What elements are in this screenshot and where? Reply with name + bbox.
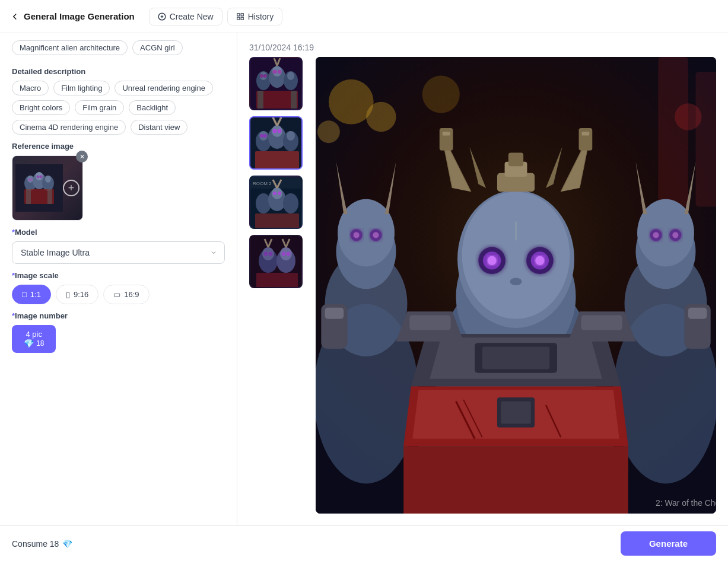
svg-point-109 <box>462 192 570 319</box>
svg-point-59 <box>278 192 281 195</box>
svg-rect-114 <box>443 132 450 135</box>
scale-1-1-icon: □ <box>22 290 27 299</box>
app-header: General Image Generation Create New Hist… <box>0 0 728 33</box>
tag-macro[interactable]: Macro <box>12 81 49 95</box>
svg-rect-20 <box>47 189 52 204</box>
main-image-container: 2: War of the Chosen <box>316 57 716 514</box>
svg-rect-48 <box>255 151 299 168</box>
svg-rect-72 <box>256 273 298 287</box>
chevron-left-icon <box>9 11 20 22</box>
svg-point-30 <box>273 70 277 74</box>
svg-point-101 <box>653 232 659 238</box>
svg-point-27 <box>287 72 294 80</box>
thumb-3-image: ROOM 2 <box>250 177 301 228</box>
svg-rect-128 <box>581 315 622 330</box>
consume-label: Consume 18 💎 <box>12 539 72 549</box>
svg-point-31 <box>278 70 282 74</box>
tag-film-grain[interactable]: Film grain <box>75 100 124 115</box>
svg-rect-94 <box>325 308 344 319</box>
svg-point-28 <box>260 74 263 78</box>
history-button[interactable]: History <box>227 8 283 26</box>
main-layout: Magnificent alien architecture ACGN girl… <box>0 33 728 525</box>
svg-rect-33 <box>257 91 263 109</box>
timestamp: 31/10/2024 16:19 <box>237 33 728 57</box>
model-section: *Model Stable Image Ultra <box>12 228 225 264</box>
top-tags-row: Magnificent alien architecture ACGN girl <box>12 33 225 60</box>
svg-text:ROOM 2: ROOM 2 <box>253 181 272 186</box>
svg-point-71 <box>287 252 291 256</box>
svg-rect-34 <box>291 91 297 109</box>
svg-point-29 <box>263 74 267 78</box>
svg-point-69 <box>269 252 273 256</box>
add-reference-icon: + <box>63 180 80 196</box>
svg-point-17 <box>40 176 43 179</box>
pic-count: 4 pic <box>26 330 42 339</box>
tag-bright-colors[interactable]: Bright colors <box>12 100 70 115</box>
model-select[interactable]: Stable Image Ultra <box>12 241 225 264</box>
thumbnail-2[interactable] <box>249 116 303 170</box>
thumb-4-image <box>250 236 301 287</box>
scale-9-16[interactable]: ▯ 9:16 <box>56 285 98 304</box>
diamond-icon: 💎 <box>24 339 34 348</box>
svg-point-122 <box>535 256 544 265</box>
generate-button[interactable]: Generate <box>621 531 716 556</box>
svg-point-81 <box>422 76 460 113</box>
consume-text: Consume 18 <box>12 539 59 549</box>
svg-text:2: War of the Chosen: 2: War of the Chosen <box>656 498 716 508</box>
main-artwork: 2: War of the Chosen <box>316 57 716 514</box>
plus-circle-icon <box>158 12 166 21</box>
tag-acgn-girl[interactable]: ACGN girl <box>132 40 183 55</box>
scale-9-16-label: 9:16 <box>74 290 88 299</box>
reference-image-section: Reference image <box>12 142 225 221</box>
svg-point-45 <box>263 134 267 138</box>
app-title: General Image Generation <box>24 11 135 21</box>
thumbnail-1[interactable] <box>249 57 303 110</box>
svg-point-102 <box>672 232 678 238</box>
tag-backlight[interactable]: Backlight <box>129 100 176 115</box>
thumbnail-list: ROOM 2 <box>249 57 309 514</box>
gallery-area: ROOM 2 <box>237 57 728 525</box>
remove-reference-button[interactable]: ✕ <box>76 151 88 162</box>
create-new-button[interactable]: Create New <box>149 8 222 26</box>
scale-16-9[interactable]: ▭ 16:9 <box>103 285 149 304</box>
diamond-cost: 💎 18 <box>24 339 44 348</box>
svg-rect-113 <box>440 128 453 151</box>
thumbnail-4[interactable] <box>249 235 303 288</box>
image-scale-label: *Image scale <box>12 271 225 280</box>
svg-rect-3 <box>237 13 239 15</box>
image-number-label: *Image number <box>12 311 225 320</box>
tag-film-lighting[interactable]: Film lighting <box>53 81 110 95</box>
left-panel: Magnificent alien architecture ACGN girl… <box>0 33 237 525</box>
scale-options: □ 1:1 ▯ 9:16 ▭ 16:9 <box>12 285 225 304</box>
scale-16-9-icon: ▭ <box>113 290 120 299</box>
svg-point-121 <box>488 256 497 265</box>
tag-unreal-engine[interactable]: Unreal rendering engine <box>115 81 212 95</box>
scale-16-9-label: 16:9 <box>124 290 139 299</box>
scale-1-1[interactable]: □ 1:1 <box>12 285 51 304</box>
thumb-2-image <box>250 117 301 168</box>
svg-point-80 <box>317 120 340 143</box>
reference-image-thumbnail <box>15 164 63 212</box>
svg-rect-5 <box>241 17 243 20</box>
tag-alien-architecture[interactable]: Magnificent alien architecture <box>12 40 128 55</box>
svg-rect-126 <box>482 347 550 369</box>
reference-image-preview[interactable]: + <box>12 155 83 221</box>
cost-value: 18 <box>36 339 44 348</box>
back-button[interactable]: General Image Generation <box>9 11 135 22</box>
svg-rect-19 <box>26 189 31 204</box>
thumbnail-3[interactable]: ROOM 2 <box>249 176 303 229</box>
detail-tags-row: Macro Film lighting Unreal rendering eng… <box>12 81 225 135</box>
scale-1-1-label: 1:1 <box>30 290 41 299</box>
model-select-wrapper: Stable Image Ultra <box>12 241 225 264</box>
history-icon <box>236 12 244 21</box>
main-image-content: 2: War of the Chosen <box>316 57 716 514</box>
svg-rect-84 <box>695 72 716 206</box>
svg-point-123 <box>510 278 522 285</box>
image-number-selector[interactable]: 4 pic 💎 18 <box>12 325 56 353</box>
scale-9-16-icon: ▯ <box>66 290 70 299</box>
svg-rect-127 <box>409 315 450 330</box>
tag-distant-view[interactable]: Distant view <box>131 120 187 135</box>
tag-cinema4d[interactable]: Cinema 4D rendering engine <box>12 120 126 135</box>
svg-point-79 <box>366 102 396 132</box>
create-new-label: Create New <box>170 12 214 21</box>
